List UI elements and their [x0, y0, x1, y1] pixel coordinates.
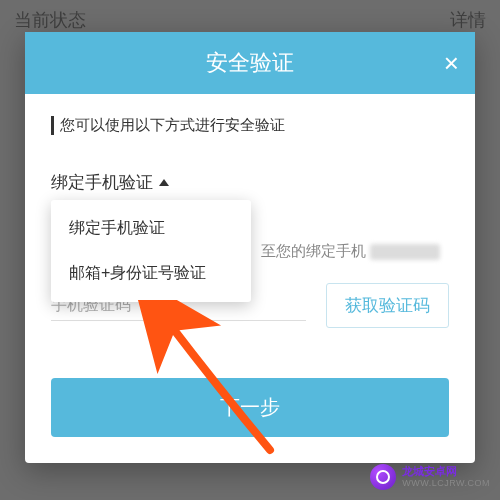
security-verify-modal: 安全验证 × 您可以使用以下方式进行安全验证 绑定手机验证 绑定手机验证 邮箱+… [25, 32, 475, 463]
dropdown-selected-label: 绑定手机验证 [51, 171, 153, 194]
watermark-url: WWW.LCJRW.COM [402, 478, 490, 489]
masked-phone [370, 244, 440, 260]
next-button[interactable]: 下一步 [51, 378, 449, 437]
close-icon[interactable]: × [444, 50, 459, 76]
get-code-button[interactable]: 获取验证码 [326, 283, 449, 328]
modal-body: 您可以使用以下方式进行安全验证 绑定手机验证 绑定手机验证 邮箱+身份证号验证 … [25, 94, 475, 463]
modal-header: 安全验证 × [25, 32, 475, 94]
verify-method-dropdown[interactable]: 绑定手机验证 [51, 171, 169, 194]
modal-title: 安全验证 [206, 50, 294, 75]
watermark: 龙城安卓网 WWW.LCJRW.COM [370, 464, 490, 490]
dropdown-option-email-id[interactable]: 邮箱+身份证号验证 [51, 251, 251, 296]
caret-up-icon [159, 179, 169, 186]
instruction-text: 您可以使用以下方式进行安全验证 [51, 116, 449, 135]
dropdown-panel: 绑定手机验证 邮箱+身份证号验证 [51, 200, 251, 302]
dropdown-option-phone[interactable]: 绑定手机验证 [51, 206, 251, 251]
watermark-logo-icon [370, 464, 396, 490]
watermark-name: 龙城安卓网 [402, 465, 490, 478]
hint-suffix: 至您的绑定手机 [261, 242, 366, 261]
